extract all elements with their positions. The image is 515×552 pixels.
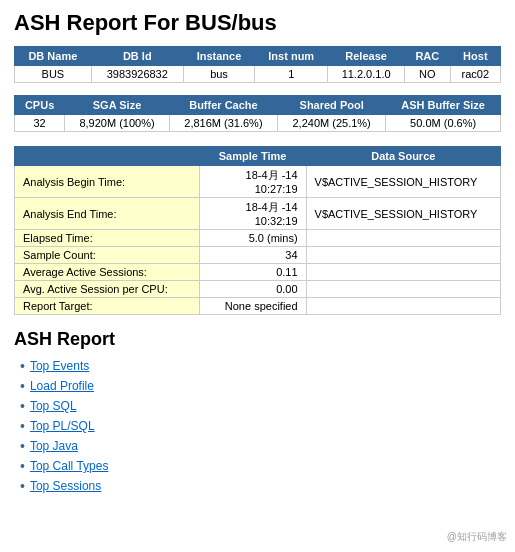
sample-source-cell <box>306 230 500 247</box>
sample-time-row: Average Active Sessions:0.11 <box>15 264 501 281</box>
db-info-cell: 11.2.0.1.0 <box>328 66 405 83</box>
ash-link-item[interactable]: Top SQL <box>20 398 501 414</box>
ash-link[interactable]: Top SQL <box>30 399 77 413</box>
resources-cell: 2,816M (31.6%) <box>169 115 277 132</box>
sample-value-cell: 5.0 (mins) <box>199 230 306 247</box>
sample-time-table: Sample Time Data Source Analysis Begin T… <box>14 146 501 315</box>
sample-label-cell: Report Target: <box>15 298 200 315</box>
ash-link-item[interactable]: Top Sessions <box>20 478 501 494</box>
db-info-cell: BUS <box>15 66 92 83</box>
resources-th: Buffer Cache <box>169 96 277 115</box>
resources-th: CPUs <box>15 96 65 115</box>
ash-link[interactable]: Top Events <box>30 359 89 373</box>
sample-source-cell: V$ACTIVE_SESSION_HISTORY <box>306 198 500 230</box>
ash-link-item[interactable]: Load Profile <box>20 378 501 394</box>
resources-row: 328,920M (100%)2,816M (31.6%)2,240M (25.… <box>15 115 501 132</box>
sample-time-row: Report Target:None specified <box>15 298 501 315</box>
sample-source-cell <box>306 264 500 281</box>
sample-header-empty <box>15 147 200 166</box>
sample-label-cell: Analysis End Time: <box>15 198 200 230</box>
ash-link[interactable]: Top Sessions <box>30 479 101 493</box>
sample-label-cell: Elapsed Time: <box>15 230 200 247</box>
resources-th: SGA Size <box>65 96 170 115</box>
sample-time-row: Analysis End Time:18-4月 -14 10:32:19V$AC… <box>15 198 501 230</box>
db-info-th: Host <box>450 47 500 66</box>
resources-header-row: CPUsSGA SizeBuffer CacheShared PoolASH B… <box>15 96 501 115</box>
ash-link-item[interactable]: Top PL/SQL <box>20 418 501 434</box>
sample-time-body: Analysis Begin Time:18-4月 -14 10:27:19V$… <box>15 166 501 315</box>
db-info-cell: rac02 <box>450 66 500 83</box>
resources-cell: 32 <box>15 115 65 132</box>
sample-source-cell <box>306 247 500 264</box>
sample-time-header-row: Sample Time Data Source <box>15 147 501 166</box>
ash-links-list: Top EventsLoad ProfileTop SQLTop PL/SQLT… <box>14 358 501 494</box>
db-info-th: DB Id <box>91 47 183 66</box>
resources-cell: 2,240M (25.1%) <box>278 115 386 132</box>
resources-th: Shared Pool <box>278 96 386 115</box>
ash-link-item[interactable]: Top Events <box>20 358 501 374</box>
ash-link[interactable]: Top PL/SQL <box>30 419 95 433</box>
ash-link[interactable]: Top Java <box>30 439 78 453</box>
ash-link-item[interactable]: Top Java <box>20 438 501 454</box>
resources-table: CPUsSGA SizeBuffer CacheShared PoolASH B… <box>14 95 501 132</box>
sample-value-cell: 0.11 <box>199 264 306 281</box>
sample-label-cell: Sample Count: <box>15 247 200 264</box>
sample-value-cell: 18-4月 -14 10:27:19 <box>199 166 306 198</box>
ash-report-title: ASH Report <box>14 329 501 350</box>
page-title: ASH Report For BUS/bus <box>14 10 501 36</box>
sample-value-cell: None specified <box>199 298 306 315</box>
resources-cell: 50.0M (0.6%) <box>386 115 501 132</box>
resources-cell: 8,920M (100%) <box>65 115 170 132</box>
sample-label-cell: Avg. Active Session per CPU: <box>15 281 200 298</box>
sample-source-cell <box>306 281 500 298</box>
db-info-th: RAC <box>405 47 451 66</box>
resources-body: 328,920M (100%)2,816M (31.6%)2,240M (25.… <box>15 115 501 132</box>
ash-link[interactable]: Top Call Types <box>30 459 109 473</box>
db-info-th: Instance <box>183 47 254 66</box>
resources-th: ASH Buffer Size <box>386 96 501 115</box>
ash-link[interactable]: Load Profile <box>30 379 94 393</box>
sample-source-cell: V$ACTIVE_SESSION_HISTORY <box>306 166 500 198</box>
ash-link-item[interactable]: Top Call Types <box>20 458 501 474</box>
sample-value-cell: 34 <box>199 247 306 264</box>
db-info-cell: bus <box>183 66 254 83</box>
data-source-col-header: Data Source <box>306 147 500 166</box>
sample-label-cell: Analysis Begin Time: <box>15 166 200 198</box>
db-info-body: BUS3983926832bus111.2.0.1.0NOrac02 <box>15 66 501 83</box>
sample-time-row: Avg. Active Session per CPU:0.00 <box>15 281 501 298</box>
db-info-th: DB Name <box>15 47 92 66</box>
db-info-cell: 1 <box>255 66 328 83</box>
db-info-th: Inst num <box>255 47 328 66</box>
sample-time-row: Elapsed Time:5.0 (mins) <box>15 230 501 247</box>
db-info-cell: NO <box>405 66 451 83</box>
sample-value-cell: 18-4月 -14 10:32:19 <box>199 198 306 230</box>
db-info-cell: 3983926832 <box>91 66 183 83</box>
sample-label-cell: Average Active Sessions: <box>15 264 200 281</box>
sample-value-cell: 0.00 <box>199 281 306 298</box>
db-info-row: BUS3983926832bus111.2.0.1.0NOrac02 <box>15 66 501 83</box>
sample-source-cell <box>306 298 500 315</box>
sample-time-col-header: Sample Time <box>199 147 306 166</box>
sample-time-row: Sample Count:34 <box>15 247 501 264</box>
sample-time-row: Analysis Begin Time:18-4月 -14 10:27:19V$… <box>15 166 501 198</box>
db-info-th: Release <box>328 47 405 66</box>
db-info-table: DB NameDB IdInstanceInst numReleaseRACHo… <box>14 46 501 83</box>
db-info-header-row: DB NameDB IdInstanceInst numReleaseRACHo… <box>15 47 501 66</box>
